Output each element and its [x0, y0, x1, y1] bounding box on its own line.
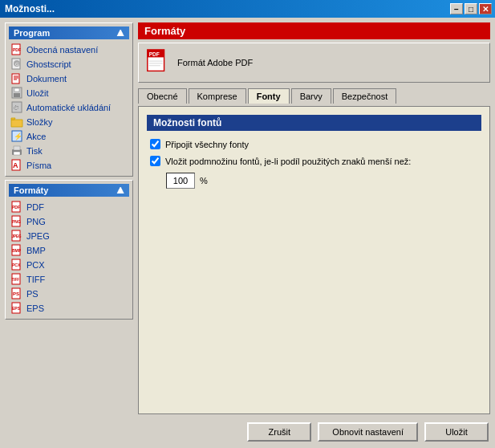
- sidebar: Program ⯅ PDF Obecná nastavení G Ghostsc…: [5, 22, 133, 414]
- svg-text:PDF: PDF: [12, 205, 20, 210]
- slozky-icon: [10, 116, 23, 128]
- checkbox-pripojit-label: Připojit všechny fonty: [165, 140, 249, 149]
- pcx-icon: PCX: [10, 259, 23, 271]
- png-icon: PNG: [10, 215, 23, 228]
- eps-icon: EPS: [10, 302, 23, 315]
- sidebar-item-pdf[interactable]: PDF PDF: [9, 200, 129, 214]
- sidebar-item-ulozit[interactable]: Uložit: [9, 86, 129, 100]
- window-title: Možnosti...: [5, 3, 55, 14]
- sidebar-item-slozky-label: Složky: [26, 117, 52, 127]
- save-button[interactable]: Uložit: [424, 422, 489, 442]
- sidebar-item-auto[interactable]: ⏱ Automatické ukládání: [9, 100, 129, 115]
- sidebar-item-tisk[interactable]: Tisk: [9, 144, 129, 158]
- sidebar-formaty-pcx-label: PCX: [26, 260, 45, 270]
- formaty-section-label: Formáty: [14, 185, 48, 195]
- svg-text:⚡: ⚡: [14, 132, 22, 141]
- sidebar-item-obecna[interactable]: PDF Obecná nastavení: [9, 43, 129, 57]
- percent-row: %: [147, 173, 481, 189]
- svg-text:TIFF: TIFF: [12, 278, 20, 282]
- program-section-label: Program: [14, 28, 50, 38]
- window-body: Program ⯅ PDF Obecná nastavení G Ghostsc…: [0, 18, 495, 448]
- tiff-icon: TIFF: [10, 273, 23, 286]
- svg-text:⏱: ⏱: [13, 104, 19, 112]
- svg-text:PDF: PDF: [13, 47, 21, 52]
- ulozit-icon: [10, 87, 23, 100]
- svg-text:G: G: [15, 62, 19, 67]
- auto-icon: ⏱: [10, 101, 23, 114]
- bottom-bar: Zrušit Obnovit nastavení Uložit: [5, 419, 490, 443]
- cancel-button[interactable]: Zrušit: [247, 422, 311, 442]
- svg-text:PS: PS: [13, 291, 19, 296]
- checkbox-vlozit[interactable]: [150, 156, 160, 166]
- sidebar-item-ulozit-label: Uložit: [26, 88, 49, 98]
- checkbox-pripojit[interactable]: [150, 139, 160, 149]
- sidebar-item-tisk-label: Tisk: [26, 146, 43, 156]
- content-area: Formáty PDF Formát Adobe PDF: [138, 22, 490, 414]
- jpeg-icon: JPEG: [10, 230, 23, 242]
- svg-rect-11: [14, 88, 19, 92]
- sidebar-formaty-png-label: PNG: [26, 217, 46, 226]
- percent-symbol: %: [200, 176, 208, 185]
- formaty-header-label: Formáty: [144, 25, 185, 37]
- sidebar-formaty-tiff-label: TIFF: [26, 275, 45, 284]
- sidebar-item-obecna-label: Obecná nastavení: [26, 45, 98, 55]
- formaty-collapse-icon[interactable]: ⯅: [116, 186, 124, 195]
- sidebar-item-akce[interactable]: ⚡ Akce: [9, 129, 129, 144]
- svg-text:A: A: [13, 161, 18, 169]
- tab-barvy[interactable]: Barvy: [291, 88, 331, 104]
- svg-text:BMP: BMP: [12, 248, 22, 253]
- sidebar-formaty-bmp-label: BMP: [26, 246, 46, 255]
- svg-text:PDF: PDF: [149, 51, 160, 57]
- maximize-button[interactable]: □: [465, 3, 477, 14]
- sidebar-item-bmp[interactable]: BMP BMP: [9, 243, 129, 258]
- program-collapse-icon[interactable]: ⯅: [116, 29, 124, 38]
- svg-rect-5: [12, 74, 19, 83]
- formaty-header: Formáty: [138, 22, 490, 39]
- tab-obecne[interactable]: Obecné: [138, 88, 187, 104]
- format-row: PDF Formát Adobe PDF: [138, 43, 490, 83]
- sidebar-item-slozky[interactable]: Složky: [9, 115, 129, 129]
- sidebar-formaty-jpeg-label: JPEG: [26, 231, 50, 241]
- checkbox-row-1: Připojit všechny fonty: [147, 139, 481, 149]
- sidebar-item-eps[interactable]: EPS EPS: [9, 301, 129, 316]
- sidebar-item-ps[interactable]: PS PS: [9, 287, 129, 301]
- percent-input[interactable]: [166, 173, 195, 189]
- svg-rect-10: [14, 93, 20, 97]
- svg-text:JPEG: JPEG: [12, 234, 22, 238]
- svg-rect-17: [14, 146, 20, 150]
- tab-bezpecnost[interactable]: Bezpečnost: [333, 88, 396, 104]
- sidebar-item-pisma[interactable]: A Písma: [9, 158, 129, 173]
- pdf-format-icon: PDF: [145, 48, 171, 77]
- sidebar-item-png[interactable]: PNG PNG: [9, 214, 129, 229]
- program-panel: Program ⯅ PDF Obecná nastavení G Ghostsc…: [5, 22, 133, 177]
- tisk-icon: [10, 145, 23, 157]
- sidebar-item-jpeg[interactable]: JPEG JPEG: [9, 229, 129, 243]
- checkbox-row-2: Vložit podmnožinu fontů, je-li podíl pou…: [147, 156, 481, 166]
- sidebar-item-dokument[interactable]: Dokument: [9, 71, 129, 86]
- title-buttons: − □ ✕: [450, 3, 492, 14]
- minimize-button[interactable]: −: [450, 3, 463, 14]
- sidebar-item-ghostscript[interactable]: G Ghostscript: [9, 57, 129, 71]
- tab-content: Možnosti fontů Připojit všechny fonty Vl…: [138, 106, 490, 414]
- sidebar-item-pcx[interactable]: PCX PCX: [9, 258, 129, 272]
- bmp-icon: BMP: [10, 244, 23, 257]
- pdf-icon: PDF: [10, 201, 23, 214]
- sidebar-item-akce-label: Akce: [26, 132, 46, 141]
- tab-komprese[interactable]: Komprese: [189, 88, 246, 104]
- sidebar-item-dokument-label: Dokument: [26, 74, 67, 83]
- svg-text:PNG: PNG: [12, 219, 21, 224]
- sidebar-item-pisma-label: Písma: [26, 161, 51, 170]
- sidebar-item-tiff[interactable]: TIFF TIFF: [9, 272, 129, 287]
- dokument-icon: [10, 72, 23, 85]
- ghostscript-icon: G: [10, 58, 23, 71]
- checkbox-vlozit-label: Vložit podmnožinu fontů, je-li podíl pou…: [165, 157, 411, 166]
- main-area: Program ⯅ PDF Obecná nastavení G Ghostsc…: [5, 22, 490, 414]
- close-button[interactable]: ✕: [479, 3, 492, 14]
- tabs-row: Obecné Komprese Fonty Barvy Bezpečnost: [138, 88, 490, 103]
- program-section-header: Program ⯅: [9, 26, 129, 39]
- reset-button[interactable]: Obnovit nastavení: [318, 422, 418, 442]
- sidebar-formaty-ps-label: PS: [26, 289, 39, 299]
- sidebar-formaty-pdf-label: PDF: [26, 202, 44, 212]
- tab-fonty[interactable]: Fonty: [248, 88, 290, 104]
- svg-text:EPS: EPS: [12, 306, 21, 311]
